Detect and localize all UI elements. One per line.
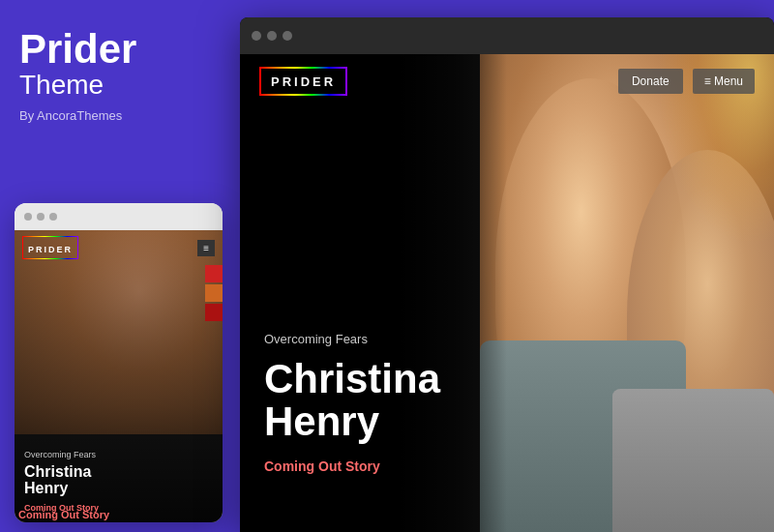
brand-by: By AncoraThemes — [19, 108, 213, 123]
browser-heading-line2: Henry — [264, 399, 379, 444]
mobile-sidebar-buttons — [205, 265, 223, 321]
brand-title: Prider — [19, 29, 213, 70]
browser-logo-text: PRIDER — [271, 74, 336, 89]
menu-button[interactable]: ≡ Menu — [693, 69, 755, 94]
mobile-menu-button[interactable]: ≡ — [197, 240, 215, 256]
browser-content: PRIDER Donate ≡ Menu Overcoming Fears Ch… — [240, 54, 774, 532]
mobile-content: PRIDER ≡ Overcoming Fears Christina Henr… — [15, 230, 223, 522]
browser-category: Overcoming Fears — [264, 332, 516, 346]
browser-heading: Christina Henry — [264, 358, 516, 443]
mobile-dot-1 — [24, 213, 32, 221]
browser-logo-box: PRIDER — [259, 67, 347, 96]
mobile-nav: PRIDER ≡ — [15, 230, 223, 265]
mobile-dot-2 — [37, 213, 45, 221]
donate-button[interactable]: Donate — [618, 69, 683, 94]
bottom-coming-out: Coming Out Story — [18, 505, 109, 522]
left-panel: Prider Theme By AncoraThemes PRIDER ≡ — [0, 0, 232, 532]
browser-text-area: Overcoming Fears Christina Henry Coming … — [264, 332, 516, 474]
mobile-category: Overcoming Fears — [24, 450, 213, 459]
mobile-heading-line1: Christina — [24, 463, 91, 480]
browser-tag: Coming Out Story — [264, 458, 516, 474]
browser-photo-inner — [480, 54, 774, 532]
mobile-heading-line2: Henry — [24, 480, 68, 496]
browser-nav-right: Donate ≡ Menu — [618, 69, 755, 94]
browser-photo — [480, 54, 774, 532]
mobile-dot-3 — [49, 213, 57, 221]
browser-nav: PRIDER Donate ≡ Menu — [240, 54, 774, 107]
mobile-sidebar-btn-2[interactable] — [205, 284, 223, 302]
mobile-mockup: PRIDER ≡ Overcoming Fears Christina Henr… — [15, 203, 223, 522]
browser-bar — [240, 17, 774, 54]
mobile-heading: Christina Henry — [24, 463, 213, 497]
browser-mockup: PRIDER Donate ≡ Menu Overcoming Fears Ch… — [240, 17, 774, 532]
browser-dot-1 — [252, 31, 261, 41]
mobile-menu-icon: ≡ — [203, 243, 209, 253]
mobile-sidebar-btn-1[interactable] — [205, 265, 223, 282]
brand-subtitle: Theme — [19, 70, 213, 101]
mobile-logo-text: PRIDER — [28, 245, 73, 254]
browser-dot-2 — [267, 31, 277, 41]
browser-heading-line1: Christina — [264, 356, 440, 401]
browser-dot-3 — [283, 31, 292, 41]
mobile-logo-box: PRIDER — [22, 236, 78, 259]
mobile-sidebar-btn-3[interactable] — [205, 304, 223, 321]
bottom-coming-out-label: Coming Out Story — [18, 509, 109, 520]
mobile-browser-bar — [15, 203, 223, 230]
